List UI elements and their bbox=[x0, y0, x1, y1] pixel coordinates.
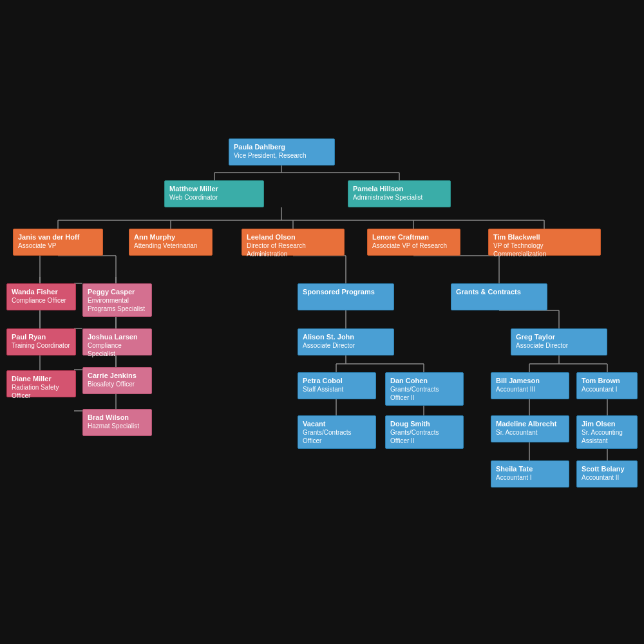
node-greg: Greg Taylor Associate Director bbox=[511, 328, 607, 355]
connectors-svg bbox=[0, 0, 644, 644]
node-diane: Diane Miller Radiation Safety Officer bbox=[6, 370, 76, 397]
node-bill: Bill Jameson Accountant III bbox=[491, 372, 569, 399]
node-dan: Dan Cohen Grants/Contracts Officer II bbox=[385, 372, 464, 406]
node-carrie: Carrie Jenkins Biosafety Officer bbox=[82, 367, 152, 394]
node-peggy: Peggy Casper Environmental Programs Spec… bbox=[82, 283, 152, 317]
node-leeland: Leeland Olson Director of Research Admin… bbox=[242, 229, 345, 256]
node-doug: Doug Smith Grants/Contracts Officer II bbox=[385, 415, 464, 449]
node-joshua: Joshua Larsen Compliance Specialist bbox=[82, 328, 152, 355]
node-janis: Janis van der Hoff Associate VP bbox=[13, 229, 103, 256]
node-pamela: Pamela Hillson Administrative Specialist bbox=[348, 180, 451, 207]
node-grants-contracts: Grants & Contracts bbox=[451, 283, 547, 310]
node-ann: Ann Murphy Attending Veterinarian bbox=[129, 229, 213, 256]
node-wanda: Wanda Fisher Compliance Officer bbox=[6, 283, 76, 310]
node-tom: Tom Brown Accountant I bbox=[576, 372, 638, 399]
node-madeline: Madeline Albrecht Sr. Accountant bbox=[491, 415, 569, 442]
node-petra: Petra Cobol Staff Assistant bbox=[298, 372, 376, 399]
node-sheila: Sheila Tate Accountant I bbox=[491, 460, 569, 488]
node-alison: Alison St. John Associate Director bbox=[298, 328, 394, 355]
org-chart: Paula Dahlberg Vice President, Research … bbox=[0, 0, 644, 644]
node-matthew: Matthew Miller Web Coordinator bbox=[164, 180, 264, 207]
node-lenore: Lenore Craftman Associate VP of Research bbox=[367, 229, 460, 256]
node-vacant: Vacant Grants/Contracts Officer bbox=[298, 415, 376, 449]
node-sponsored: Sponsored Programs bbox=[298, 283, 394, 310]
node-scott: Scott Belany Accountant II bbox=[576, 460, 638, 488]
node-tim: Tim Blackwell VP of Technology Commercia… bbox=[488, 229, 601, 256]
node-brad: Brad Wilson Hazmat Specialist bbox=[82, 409, 152, 436]
node-jim: Jim Olsen Sr. Accounting Assistant bbox=[576, 415, 638, 449]
node-paula: Paula Dahlberg Vice President, Research bbox=[229, 138, 335, 166]
node-paul: Paul Ryan Training Coordinator bbox=[6, 328, 76, 355]
